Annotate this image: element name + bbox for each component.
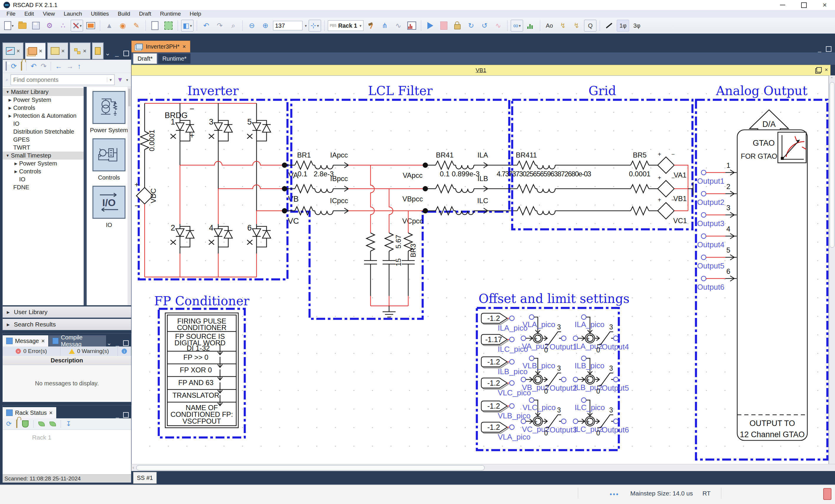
unlock-button[interactable] [451, 20, 463, 31]
gtao-channel-4[interactable]: 4 Output4 [697, 225, 737, 249]
gtao-component[interactable]: D/A GTAO FOR GTAO [737, 110, 807, 440]
undo-button[interactable]: ↶ [200, 20, 212, 31]
zoom-in-button[interactable]: ⊕ [260, 20, 271, 31]
panel-popout-icon[interactable] [826, 46, 832, 52]
gtao-channel-3[interactable]: 3 Output3 [697, 204, 737, 228]
tree-item-twrt[interactable]: TWRT [3, 144, 84, 152]
node-va[interactable] [282, 163, 287, 168]
build-case-button[interactable] [149, 20, 161, 31]
rack-refresh-icon[interactable]: ⟳ [6, 420, 12, 428]
panel-expand-icon[interactable]: ⌄ [107, 339, 111, 346]
filter-icon[interactable]: ▼ [117, 76, 123, 84]
sum-limit-output6[interactable]: ILC_pico + − ILC_pu2 3 0 Output6 [573, 398, 629, 437]
expander-icon[interactable] [13, 161, 19, 166]
refresh-icon[interactable]: ⟳ [11, 62, 17, 70]
search-dropdown-icon[interactable]: ▾ [107, 78, 114, 82]
tab-script[interactable]: × [47, 42, 68, 60]
duplicate-view-icon[interactable] [816, 67, 822, 72]
tab-presentation[interactable]: × [2, 42, 24, 60]
close-tab-icon[interactable]: × [49, 410, 53, 416]
view-options-button[interactable]: ∞▾ [511, 20, 523, 31]
menu-file[interactable]: File [6, 10, 16, 17]
compile-button[interactable] [163, 20, 175, 31]
scroll-up-icon[interactable]: ⌃ [830, 76, 834, 81]
tab-files[interactable] [92, 42, 104, 60]
up-icon[interactable]: ↑ [78, 62, 81, 70]
chart-button[interactable] [525, 20, 537, 31]
leaf-on-icon[interactable] [38, 422, 45, 426]
menu-launch[interactable]: Launch [64, 10, 82, 17]
tree-item-power-system[interactable]: Power System [3, 96, 84, 104]
thyristor-leg-3[interactable]: 3 4 [209, 103, 232, 277]
errors-filter[interactable]: × 0 Error(s) [3, 346, 60, 356]
annotation-button[interactable]: Ao [544, 20, 555, 31]
panel-popout-icon[interactable] [123, 412, 129, 418]
minimize-button[interactable] [780, 5, 785, 5]
panel-minimize-icon[interactable]: _ [818, 46, 821, 52]
palette-tile-controls[interactable] [93, 139, 125, 171]
undo-icon[interactable]: ↶ [30, 62, 37, 70]
redo-button[interactable]: ↷ [214, 20, 226, 31]
menu-draft[interactable]: Draft [139, 10, 151, 17]
panel-minimize-icon[interactable]: _ [115, 49, 119, 57]
tab-rack-status[interactable]: Rack Status × [3, 407, 56, 418]
sum-limit-output2[interactable]: VLB_pico + − VB_pu2 3 0 Output2 [521, 356, 577, 395]
node-vc[interactable] [282, 208, 287, 213]
gtao-channel-5[interactable]: 5 Output5 [697, 246, 737, 270]
wave-button[interactable]: ∿ [492, 20, 504, 31]
gtao-channel-6[interactable]: 6 Output6 [697, 267, 737, 291]
panel-minimize-icon[interactable]: _ [116, 340, 119, 346]
constant-ilb-pico[interactable]: -1.2 ILB_pico [481, 357, 528, 376]
tab-runtime[interactable]: Runtime* [158, 54, 190, 64]
maximize-button[interactable] [801, 2, 807, 8]
tab-draft[interactable]: Draft* [133, 53, 157, 64]
new-file-button[interactable]: ▾ [3, 20, 15, 31]
redo-icon[interactable]: ↷ [41, 62, 46, 70]
gtao-channel-2[interactable]: 2 Output2 [697, 183, 737, 207]
horizontal-scrollbar[interactable]: ‹ [131, 464, 835, 471]
constant-ila-pico[interactable]: -1.2 ILA_pico [481, 313, 528, 332]
menu-build[interactable]: Build [118, 10, 130, 17]
thyristor-leg-1[interactable]: 1 2 [170, 103, 194, 277]
single-phase-button[interactable]: 1φ [617, 20, 629, 31]
node-vb[interactable] [282, 186, 287, 191]
probe-button[interactable]: ↯ [557, 20, 569, 31]
tree-item-fdne[interactable]: FDNE [3, 183, 84, 191]
menu-help[interactable]: Help [190, 10, 201, 17]
histogram-button[interactable] [406, 20, 418, 31]
tree-item-master-library[interactable]: Master Library [3, 88, 84, 96]
close-button[interactable]: × [822, 1, 827, 8]
menu-utilities[interactable]: Utilities [91, 10, 109, 17]
expander-icon[interactable] [7, 106, 13, 110]
download-icon[interactable]: ↧ [66, 420, 71, 428]
palette-tile-io[interactable]: I/O [93, 186, 125, 219]
component-light-button[interactable]: ◧▾ [181, 20, 194, 31]
preview-button[interactable]: ⌕ [227, 20, 239, 31]
tree-item-io[interactable]: IO [3, 120, 84, 128]
draw-button[interactable]: ✎ [130, 20, 142, 31]
panel-popout-icon[interactable] [123, 50, 129, 56]
vertical-scrollbar[interactable]: ⌃ [829, 76, 835, 465]
save-library-icon[interactable] [6, 62, 7, 70]
quantity-button[interactable]: Q [584, 20, 596, 31]
sync-button[interactable]: ↻ [465, 20, 477, 31]
tower-button[interactable]: ▲ [103, 20, 115, 31]
grid-phase-b[interactable]: + − VB1 [517, 174, 687, 203]
probe-multi-button[interactable]: ↯ [571, 20, 582, 31]
tree-item-distribution[interactable]: Distribution Stretchable [3, 128, 84, 136]
zoom-level-input[interactable] [273, 21, 303, 30]
palette-scrollbar[interactable] [127, 87, 131, 305]
sum-limit-output4[interactable]: ILA_pico + − ILA_pu2 3 0 Output4 [573, 315, 629, 354]
nodes-button[interactable]: ∴ [57, 20, 69, 31]
menu-view[interactable]: View [43, 10, 55, 17]
sync-off-button[interactable]: ↺ [478, 20, 490, 31]
forward-icon[interactable]: → [66, 62, 73, 70]
workspace-button[interactable] [85, 20, 97, 31]
tab-compile-messages[interactable]: Compile Messag [49, 335, 106, 346]
zoom-out-button[interactable]: ⊖ [246, 20, 258, 31]
target-button[interactable]: ◉ [117, 20, 129, 31]
sum-limit-output5[interactable]: ILB_pico + − ILB_pu2 3 0 Output5 [573, 356, 629, 395]
tree-item-small-timestep[interactable]: Small Timestep [3, 152, 84, 160]
tab-message[interactable]: Message × [3, 335, 48, 346]
tab-library[interactable]: × [25, 42, 46, 60]
